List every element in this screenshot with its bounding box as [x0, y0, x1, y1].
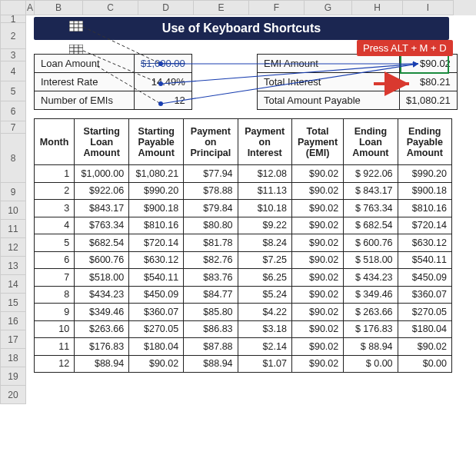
table-header-cell[interactable]: Month	[35, 119, 75, 165]
table-header-cell[interactable]: Payment on Interest	[238, 119, 291, 165]
table-header-cell[interactable]: Starting Loan Amount	[75, 119, 129, 165]
table-cell[interactable]: $81.78	[184, 234, 238, 252]
table-cell[interactable]: $1,000.00	[75, 165, 129, 183]
table-cell[interactable]: $90.02	[129, 355, 184, 373]
table-cell[interactable]: 5	[35, 234, 75, 252]
table-cell[interactable]: $83.76	[184, 269, 238, 287]
table-cell[interactable]: $ 88.94	[344, 338, 398, 356]
table-cell[interactable]: $810.16	[398, 200, 451, 217]
table-cell[interactable]: $360.07	[129, 304, 184, 321]
table-header-cell[interactable]: Total Payment (EMI)	[291, 119, 343, 165]
table-cell[interactable]: $263.66	[75, 320, 129, 338]
table-header-cell[interactable]: Payment on Principal	[184, 119, 238, 165]
table-cell[interactable]: 4	[35, 217, 75, 234]
table-cell[interactable]: $ 0.00	[344, 355, 398, 373]
table-cell[interactable]: $540.11	[398, 251, 451, 269]
row-header[interactable]: 11	[0, 220, 26, 238]
table-cell[interactable]: $78.88	[184, 182, 238, 200]
table-cell[interactable]: $1,080.21	[129, 165, 184, 183]
table-cell[interactable]: $80.80	[184, 217, 238, 234]
table-cell[interactable]: $630.12	[129, 251, 184, 269]
table-header-cell[interactable]: Ending Loan Amount	[344, 119, 398, 165]
row-header[interactable]: 13	[0, 257, 26, 275]
table-cell[interactable]: $990.20	[129, 182, 184, 200]
table-cell[interactable]: $176.83	[75, 338, 129, 356]
table-cell[interactable]: 2	[35, 182, 75, 200]
table-cell[interactable]: $90.02	[398, 338, 451, 356]
table-cell[interactable]: $270.05	[398, 304, 451, 321]
table-cell[interactable]: $86.83	[184, 320, 238, 338]
table-cell[interactable]: $90.02	[291, 320, 343, 338]
table-cell[interactable]: 6	[35, 251, 75, 269]
column-header[interactable]: C	[83, 0, 138, 15]
amortization-table[interactable]: MonthStarting Loan AmountStarting Payabl…	[34, 118, 452, 373]
table-cell[interactable]: $7.25	[238, 251, 291, 269]
column-header[interactable]: E	[194, 0, 249, 15]
row-header[interactable]: 20	[0, 386, 26, 404]
column-header[interactable]: B	[35, 0, 83, 15]
table-header-cell[interactable]: Ending Payable Amount	[398, 119, 451, 165]
column-header[interactable]: G	[305, 0, 352, 15]
table-cell[interactable]: $82.76	[184, 251, 238, 269]
table-cell[interactable]: $84.77	[184, 286, 238, 304]
table-cell[interactable]: $8.24	[238, 234, 291, 252]
table-cell[interactable]: $682.54	[75, 234, 129, 252]
table-cell[interactable]: 8	[35, 286, 75, 304]
table-cell[interactable]: $270.05	[129, 320, 184, 338]
table-cell[interactable]: $600.76	[75, 251, 129, 269]
table-cell[interactable]: $90.02	[291, 338, 343, 356]
table-cell[interactable]: $450.09	[129, 286, 184, 304]
column-header[interactable]: A	[26, 0, 35, 15]
table-cell[interactable]: $2.14	[238, 338, 291, 356]
row-header[interactable]: 19	[0, 367, 26, 386]
table-cell[interactable]: $180.04	[398, 320, 451, 338]
column-header[interactable]: H	[352, 0, 403, 15]
table-cell[interactable]: $180.04	[129, 338, 184, 356]
table-cell[interactable]: $ 763.34	[344, 200, 398, 217]
row-header[interactable]: 2	[0, 23, 26, 49]
table-cell[interactable]: $540.11	[129, 269, 184, 287]
table-cell[interactable]: $360.07	[398, 286, 451, 304]
table-cell[interactable]: $12.08	[238, 165, 291, 183]
row-header[interactable]: 4	[0, 61, 26, 81]
table-cell[interactable]: $90.02	[291, 286, 343, 304]
table-cell[interactable]: $ 843.17	[344, 182, 398, 200]
table-cell[interactable]: $ 349.46	[344, 286, 398, 304]
table-cell[interactable]: 7	[35, 269, 75, 287]
table-cell[interactable]: 9	[35, 304, 75, 321]
table-cell[interactable]: $810.16	[129, 217, 184, 234]
table-cell[interactable]: $763.34	[75, 217, 129, 234]
column-header[interactable]: F	[249, 0, 305, 15]
table-cell[interactable]: $3.18	[238, 320, 291, 338]
table-cell[interactable]: $ 176.83	[344, 320, 398, 338]
table-cell[interactable]: $90.02	[291, 251, 343, 269]
row-header[interactable]: 14	[0, 275, 26, 294]
table-cell[interactable]: $ 434.23	[344, 269, 398, 287]
table-cell[interactable]: 10	[35, 320, 75, 338]
table-header-cell[interactable]: Starting Payable Amount	[129, 119, 184, 165]
table-cell[interactable]: $720.14	[398, 217, 451, 234]
table-cell[interactable]: $90.02	[291, 165, 343, 183]
table-cell[interactable]: $90.02	[291, 269, 343, 287]
table-cell[interactable]: $900.18	[398, 182, 451, 200]
table-cell[interactable]: $ 922.06	[344, 165, 398, 183]
table-cell[interactable]: $90.02	[291, 217, 343, 234]
table-cell[interactable]: $90.02	[291, 234, 343, 252]
table-cell[interactable]: $10.18	[238, 200, 291, 217]
interest-rate-value[interactable]: 14.49%	[135, 73, 192, 91]
table-cell[interactable]: $90.02	[291, 304, 343, 321]
table-cell[interactable]: $1.07	[238, 355, 291, 373]
table-cell[interactable]: $88.94	[184, 355, 238, 373]
table-cell[interactable]: $79.84	[184, 200, 238, 217]
row-header[interactable]: 3	[0, 49, 26, 61]
row-header[interactable]: 6	[0, 101, 26, 121]
row-header[interactable]: 7	[0, 121, 26, 134]
table-cell[interactable]: 1	[35, 165, 75, 183]
total-interest-value[interactable]: $80.21	[400, 73, 458, 91]
table-cell[interactable]: 11	[35, 338, 75, 356]
row-header[interactable]: 12	[0, 238, 26, 257]
total-payable-value[interactable]: $1,080.21	[400, 91, 458, 110]
row-header[interactable]: 8	[0, 134, 26, 183]
table-cell[interactable]: $77.94	[184, 165, 238, 183]
row-header[interactable]: 17	[0, 330, 26, 349]
